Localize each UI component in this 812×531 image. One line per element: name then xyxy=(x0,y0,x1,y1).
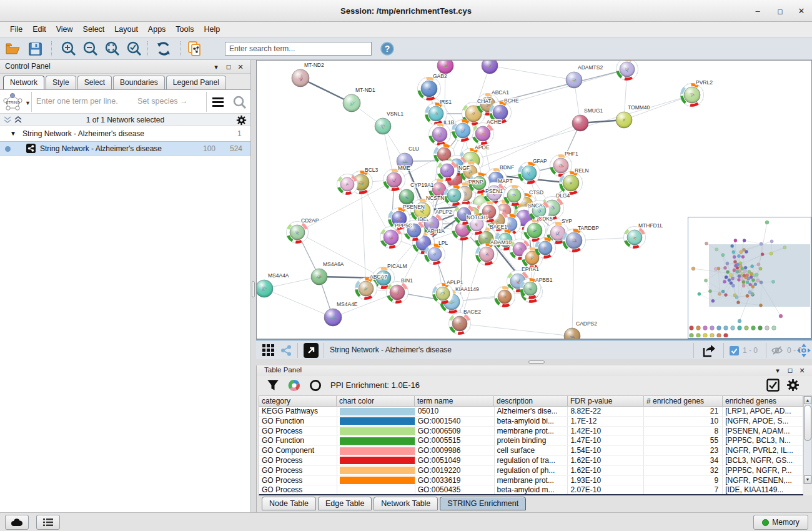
table-row[interactable]: GO ProcessGO:0050435beta-amyloid m...2.0… xyxy=(259,485,803,495)
tab-legend-panel[interactable]: Legend Panel xyxy=(166,76,226,89)
network-node[interactable] xyxy=(386,281,408,303)
network-options-gear-icon[interactable] xyxy=(236,115,247,126)
tab-string-enrichment[interactable]: STRING Enrichment xyxy=(440,497,526,510)
network-node[interactable] xyxy=(437,160,457,181)
menu-help[interactable]: Help xyxy=(199,24,225,35)
memory-button[interactable]: Memory xyxy=(753,515,808,530)
network-node[interactable] xyxy=(494,286,515,307)
maximize-button[interactable]: ◻ xyxy=(772,5,788,17)
chart-settings-icon[interactable] xyxy=(288,379,300,392)
network-node[interactable] xyxy=(337,174,357,194)
menu-view[interactable]: View xyxy=(51,24,78,35)
column-header-FDR-p-value[interactable]: FDR p-value xyxy=(568,395,644,407)
network-node[interactable] xyxy=(355,277,377,299)
network-node[interactable] xyxy=(292,69,309,87)
column-header-description[interactable]: description xyxy=(494,395,568,407)
network-node[interactable] xyxy=(518,162,540,184)
task-history-button[interactable] xyxy=(36,515,60,530)
filter-icon[interactable] xyxy=(267,379,279,392)
table-scrollbar[interactable]: ▲ ▼ xyxy=(803,395,812,484)
selected-checkbox-icon[interactable] xyxy=(730,346,739,355)
open-session-button[interactable] xyxy=(4,40,21,57)
table-settings-gear-icon[interactable] xyxy=(786,379,800,392)
network-node[interactable] xyxy=(680,83,703,106)
network-node[interactable] xyxy=(432,283,453,304)
network-node[interactable] xyxy=(311,269,327,285)
column-header-enriched-genes[interactable]: enriched genes xyxy=(723,395,803,407)
network-node[interactable] xyxy=(535,237,555,258)
expand-all-icon[interactable] xyxy=(14,116,22,124)
hidden-eye-icon[interactable] xyxy=(771,345,783,355)
network-canvas[interactable]: MT-ND2MT-ND1VSNL1GAB2IRS1CHATABCA1BCHEAC… xyxy=(256,60,812,339)
table-row[interactable]: KEGG Pathways05010Alzheimer's dise...8.8… xyxy=(259,407,803,417)
table-row[interactable]: GO ProcessGO:0051049regulation of tra...… xyxy=(259,456,803,466)
string-logo-icon[interactable]: STRING xyxy=(2,92,25,111)
menu-select[interactable]: Select xyxy=(78,24,110,35)
save-session-button[interactable] xyxy=(26,40,44,57)
menu-layout[interactable]: Layout xyxy=(109,24,143,35)
horizontal-splitter[interactable] xyxy=(256,359,812,365)
tab-network-table[interactable]: Network Table xyxy=(374,497,438,510)
network-node[interactable] xyxy=(572,115,588,131)
network-collection-row[interactable]: ▼ String Network - Alzheimer's disease 1 xyxy=(0,127,250,141)
network-node[interactable] xyxy=(559,171,582,194)
network-node[interactable] xyxy=(448,312,470,334)
network-node[interactable] xyxy=(616,61,638,81)
column-header--enriched-genes[interactable]: # enriched genes xyxy=(644,395,723,407)
remove-chart-icon[interactable] xyxy=(309,379,322,392)
help-button[interactable]: ? xyxy=(379,40,396,57)
menu-tools[interactable]: Tools xyxy=(171,24,199,35)
navigator-icon[interactable] xyxy=(797,344,811,357)
export-network-icon[interactable] xyxy=(701,343,716,358)
tab-edge-table[interactable]: Edge Table xyxy=(318,497,372,510)
tab-network[interactable]: Network xyxy=(3,76,44,89)
table-row[interactable]: GO FunctionGO:0005515protein binding1.47… xyxy=(259,436,803,446)
network-node[interactable] xyxy=(417,77,440,100)
network-node[interactable] xyxy=(428,123,450,145)
network-node[interactable] xyxy=(503,185,524,206)
network-node[interactable] xyxy=(437,61,453,74)
network-node[interactable] xyxy=(566,72,582,88)
collapse-all-icon[interactable] xyxy=(3,116,12,124)
vertical-splitter[interactable] xyxy=(251,60,256,512)
network-node[interactable] xyxy=(443,185,464,206)
network-node[interactable] xyxy=(424,244,445,264)
zoom-in-button[interactable] xyxy=(60,40,77,57)
zoom-out-button[interactable] xyxy=(82,40,99,57)
column-header-chart-color[interactable]: chart color xyxy=(337,395,415,407)
table-row[interactable]: GO ProcessGO:0019220regulation of ph...1… xyxy=(259,466,803,476)
scroll-up-icon[interactable]: ▲ xyxy=(804,396,811,404)
table-row[interactable]: GO FunctionGO:0001540beta-amyloid bi...1… xyxy=(259,417,803,427)
search-input[interactable] xyxy=(225,42,372,56)
scroll-thumb[interactable] xyxy=(804,405,811,441)
string-options-icon[interactable] xyxy=(211,96,225,108)
network-node[interactable] xyxy=(452,119,473,141)
zoom-fit-button[interactable] xyxy=(104,40,121,57)
tree-expand-icon[interactable]: ▼ xyxy=(10,130,16,137)
splitter-handle[interactable] xyxy=(252,281,255,297)
string-search-icon[interactable] xyxy=(232,95,247,110)
scroll-down-icon[interactable]: ▼ xyxy=(804,475,811,484)
close-panel-icon[interactable]: ✕ xyxy=(235,62,245,71)
share-network-icon[interactable] xyxy=(280,344,292,357)
tab-style[interactable]: Style xyxy=(46,76,76,89)
network-node[interactable] xyxy=(623,226,645,248)
column-header-category[interactable]: category xyxy=(259,395,337,407)
cloud-tasks-button[interactable] xyxy=(5,515,29,530)
grid-view-icon[interactable] xyxy=(262,344,275,357)
close-panel-icon[interactable]: ✕ xyxy=(797,366,807,375)
open-in-window-icon[interactable] xyxy=(304,343,319,358)
network-node[interactable] xyxy=(286,221,308,243)
network-node[interactable] xyxy=(475,243,497,265)
network-node[interactable] xyxy=(616,112,632,128)
tab-node-table[interactable]: Node Table xyxy=(262,497,316,510)
tab-select[interactable]: Select xyxy=(77,76,112,89)
string-query-placeholder[interactable]: Enter one term per line. xyxy=(36,97,118,106)
network-node[interactable] xyxy=(375,118,391,134)
menu-apps[interactable]: Apps xyxy=(143,24,171,35)
string-dropdown-caret[interactable]: ▼ xyxy=(25,100,31,106)
table-row[interactable]: GO ComponentGO:0009986cell surface1.54E-… xyxy=(259,446,803,456)
panel-menu-icon[interactable]: ▾ xyxy=(773,366,783,375)
apply-layout-button[interactable] xyxy=(155,40,172,57)
network-node[interactable] xyxy=(564,328,580,339)
